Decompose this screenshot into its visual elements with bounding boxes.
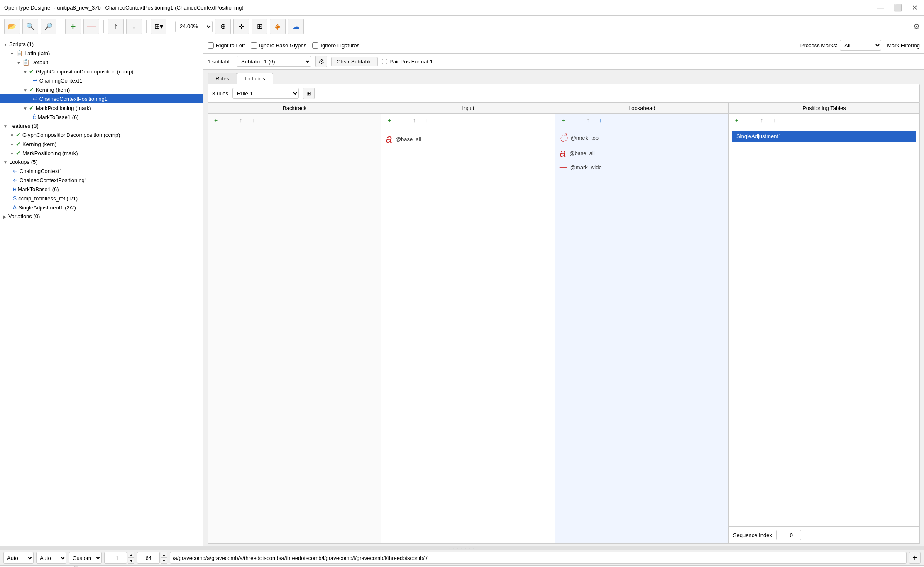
pos-item-1[interactable]: SingleAdjustment1	[732, 131, 916, 142]
lookahead-down-button[interactable]: ↓	[595, 115, 606, 125]
bottom-panel: Auto Manual Auto Manual Custom Preset 1 …	[0, 550, 924, 567]
sequence-index-input[interactable]	[776, 530, 801, 540]
process-marks-select[interactable]: All None	[840, 40, 881, 51]
tree-item-6[interactable]: ↩ChainedContextPositioning1	[0, 94, 203, 103]
clear-subtable-button[interactable]: Clear Subtable	[331, 57, 378, 66]
lookahead-item-3[interactable]: — @mark_wide	[559, 161, 725, 173]
rule-select[interactable]: Rule 1 Rule 2 Rule 3	[232, 88, 299, 99]
toolbar-layout-button[interactable]: ⊞▾	[151, 19, 166, 34]
num2-input[interactable]	[137, 552, 160, 564]
text-sequence-input[interactable]	[170, 552, 907, 564]
backtrack-up-button[interactable]: ↑	[235, 115, 246, 125]
ignore-base-glyphs-group[interactable]: Ignore Base Glyphs	[251, 42, 306, 49]
tree-item-8[interactable]: êMarkToBase1 (6)	[0, 112, 203, 122]
num1-input[interactable]	[104, 552, 127, 564]
lookahead-remove-button[interactable]: —	[570, 115, 581, 125]
tree-item-0[interactable]: ▼Scripts (1)	[0, 40, 203, 49]
view-btn-1[interactable]: ⊕	[215, 19, 231, 34]
tree-item-9[interactable]: ▼Features (3)	[0, 122, 203, 130]
ignore-ligatures-checkbox[interactable]	[312, 42, 318, 49]
tab-includes[interactable]: Includes	[237, 73, 273, 84]
settings-button[interactable]: ⚙	[913, 22, 920, 31]
subtable-settings-button[interactable]: ⚙	[315, 56, 327, 67]
h-divider[interactable]: · · · · · · ·	[0, 546, 924, 550]
backtrack-down-button[interactable]: ↓	[248, 115, 259, 125]
toolbar-btn-1[interactable]: 📂	[4, 19, 20, 34]
input-add-button[interactable]: +	[384, 115, 395, 125]
num2-down[interactable]: ▼	[161, 558, 167, 564]
tree-item-16[interactable]: êMarkToBase1 (6)	[0, 185, 203, 194]
pair-pos-checkbox[interactable]	[382, 59, 387, 64]
right-to-left-group[interactable]: Right to Left	[208, 42, 245, 49]
auto1-select[interactable]: Auto Manual	[3, 552, 34, 564]
input-down-button[interactable]: ↓	[421, 115, 432, 125]
ignore-base-glyphs-checkbox[interactable]	[251, 42, 257, 49]
lookahead-up-button[interactable]: ↑	[583, 115, 594, 125]
maximize-button[interactable]: ⬜	[891, 3, 904, 12]
tree-item-14[interactable]: ↩ChainingContext1	[0, 166, 203, 175]
view-btn-4[interactable]: ◈	[270, 19, 286, 34]
pos-add-button[interactable]: +	[731, 115, 742, 125]
main-toolbar: 📂 🔍 🔎 + — ↑ ↓ ⊞▾ 24.00% 48.00% 100% ⊕ ✛ …	[0, 16, 924, 37]
minimize-button[interactable]: —	[875, 3, 886, 12]
ignore-ligatures-group[interactable]: Ignore Ligatures	[312, 42, 359, 49]
lookahead-add-button[interactable]: +	[558, 115, 569, 125]
subtable-select[interactable]: Subtable 1 (6)	[237, 56, 311, 67]
tree-item-17[interactable]: Sccmp_todotless_ref (1/1)	[0, 194, 203, 203]
tree-item-10[interactable]: ▼✔GlyphCompositionDecomposition (ccmp)	[0, 130, 203, 139]
num1-up[interactable]: ▲	[128, 552, 134, 558]
input-section: Input + — ↑ ↓ a @base_all	[381, 103, 555, 543]
tree-item-15[interactable]: ↩ChainedContextPositioning1	[0, 175, 203, 185]
right-to-left-checkbox[interactable]	[208, 42, 214, 49]
view-btn-2[interactable]: ✛	[233, 19, 249, 34]
tree-item-2[interactable]: ▼📋Default	[0, 58, 203, 67]
pair-pos-group[interactable]: Pair Pos Format 1	[382, 58, 433, 65]
toolbar-add-button[interactable]: +	[65, 19, 81, 34]
toolbar-remove-button[interactable]: —	[83, 19, 99, 34]
pos-toolbar: + — ↑ ↓	[729, 114, 919, 127]
tree-item-12[interactable]: ▼✔MarkPositioning (mark)	[0, 148, 203, 158]
add-sequence-button[interactable]: +	[909, 552, 921, 564]
backtrack-add-button[interactable]: +	[210, 115, 221, 125]
rule-grid-button[interactable]: ⊞	[303, 88, 315, 99]
input-glyph-name-1: @base_all	[396, 136, 421, 142]
tab-rules[interactable]: Rules	[208, 73, 237, 84]
num2-up[interactable]: ▲	[161, 552, 167, 558]
input-up-button[interactable]: ↑	[409, 115, 420, 125]
input-glyph-icon-1: a	[386, 132, 392, 146]
pos-up-button[interactable]: ↑	[756, 115, 767, 125]
tree-item-19[interactable]: ▶Variations (0)	[0, 212, 203, 221]
tree-item-11[interactable]: ▼✔Kerning (kern)	[0, 139, 203, 148]
tree-item-3[interactable]: ▼✔GlyphCompositionDecomposition (ccmp)	[0, 67, 203, 76]
tree-item-5[interactable]: ▼✔Kerning (kern)	[0, 85, 203, 94]
tree-item-18[interactable]: ASingleAdjustment1 (2/2)	[0, 203, 203, 212]
pos-content: SingleAdjustment1	[729, 127, 919, 526]
pos-remove-button[interactable]: —	[744, 115, 755, 125]
lookahead-glyph-name-2: @base_all	[569, 150, 595, 156]
pos-down-button[interactable]: ↓	[769, 115, 780, 125]
toolbar-up-button[interactable]: ↑	[108, 19, 124, 34]
lookahead-dash-icon-3: —	[560, 163, 567, 172]
auto2-select[interactable]: Auto Manual	[36, 552, 66, 564]
close-button[interactable]: ✕	[909, 3, 920, 12]
view-btn-5[interactable]: ☁	[288, 19, 304, 34]
tree-item-1[interactable]: ▼📋Latin (latn)	[0, 49, 203, 58]
bottom-toolbar: Auto Manual Auto Manual Custom Preset 1 …	[0, 550, 924, 566]
num1-down[interactable]: ▼	[128, 558, 134, 564]
toolbar-down-button[interactable]: ↓	[126, 19, 142, 34]
lookahead-item-2[interactable]: a @base_all	[559, 145, 725, 161]
lookahead-item-1[interactable]: ◌̀ @mark_top	[559, 131, 725, 145]
toolbar-btn-3[interactable]: 🔎	[41, 19, 56, 34]
view-btn-3[interactable]: ⊞	[252, 19, 267, 34]
tree-item-4[interactable]: ↩ChainingContext1	[0, 76, 203, 85]
toolbar-btn-2[interactable]: 🔍	[22, 19, 38, 34]
backtrack-remove-button[interactable]: —	[223, 115, 234, 125]
tree-item-13[interactable]: ▼Lookups (5)	[0, 158, 203, 166]
input-remove-button[interactable]: —	[396, 115, 407, 125]
zoom-select[interactable]: 24.00% 48.00% 100%	[175, 21, 213, 32]
rules-content: 3 rules Rule 1 Rule 2 Rule 3 ⊞ Backtrack…	[203, 84, 924, 546]
custom-select[interactable]: Custom Preset 1 Preset 2	[69, 552, 102, 564]
tree-item-7[interactable]: ▼✔MarkPositioning (mark)	[0, 103, 203, 112]
input-item-1[interactable]: a @base_all	[385, 131, 551, 147]
sequence-index-label: Sequence Index	[733, 532, 772, 538]
